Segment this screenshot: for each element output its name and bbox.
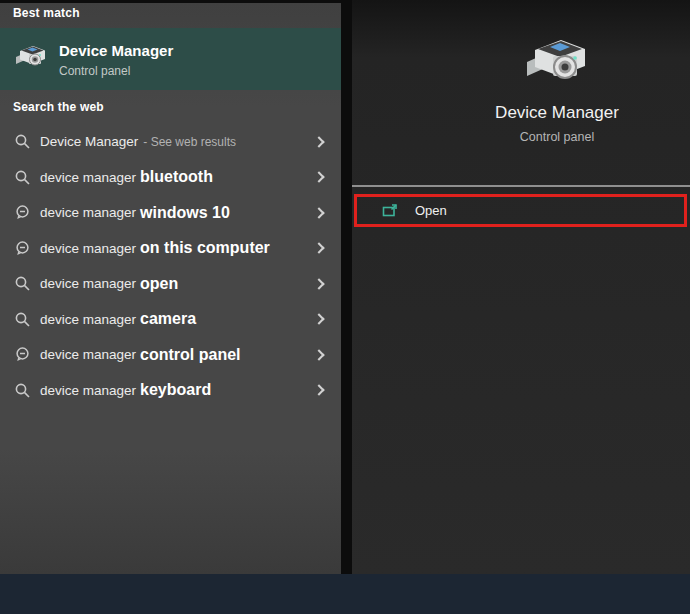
best-match-title: Device Manager [59, 41, 173, 61]
chevron-right-icon[interactable] [313, 349, 324, 360]
chevron-right-icon[interactable] [313, 207, 324, 218]
history-suggestion-icon [14, 240, 31, 257]
device-manager-icon [525, 34, 589, 90]
best-match-text: Device Manager Control panel [59, 41, 173, 78]
suggestion-row-camera[interactable]: device managercamera [0, 302, 341, 338]
preview-divider [352, 185, 690, 187]
history-suggestion-icon [14, 346, 31, 363]
suggestion-row-on-this-computer[interactable]: device manageron this computer [0, 231, 341, 267]
suggestion-row-see-web-results[interactable]: Device Manager- See web results [0, 124, 341, 160]
best-match-subtitle: Control panel [59, 64, 173, 78]
chevron-right-icon[interactable] [313, 172, 324, 183]
start-search-flyout: Best match Device Manager Control panel [0, 0, 690, 614]
search-icon [14, 311, 31, 328]
web-suggestion-list: Device Manager- See web results device m… [0, 124, 341, 408]
taskbar: Z X Ps P S Device Manager [0, 574, 690, 614]
preview-subtitle: Control panel [422, 130, 690, 144]
chevron-right-icon[interactable] [313, 136, 324, 147]
chevron-right-icon[interactable] [313, 243, 324, 254]
suggestion-row-open[interactable]: device manageropen [0, 266, 341, 302]
chevron-right-icon[interactable] [313, 278, 324, 289]
search-the-web-section-label: Search the web [13, 100, 104, 114]
open-action-label: Open [415, 203, 447, 218]
search-icon [14, 382, 31, 399]
suggestion-row-keyboard[interactable]: device managerkeyboard [0, 373, 341, 409]
suggestion-row-windows-10[interactable]: device managerwindows 10 [0, 195, 341, 231]
best-match-section-label: Best match [13, 6, 80, 20]
preview-hero: Device Manager Control panel [422, 34, 690, 144]
best-match-result-device-manager[interactable]: Device Manager Control panel [0, 28, 341, 90]
chevron-right-icon[interactable] [313, 385, 324, 396]
history-suggestion-icon [14, 204, 31, 221]
suggestion-row-bluetooth[interactable]: device managerbluetooth [0, 160, 341, 196]
device-manager-icon [15, 43, 47, 75]
search-icon [14, 169, 31, 186]
search-icon [14, 275, 31, 292]
chevron-right-icon[interactable] [313, 314, 324, 325]
search-results-panel: Best match Device Manager Control panel [0, 3, 341, 574]
open-launch-icon [382, 203, 398, 219]
search-icon [14, 133, 31, 150]
suggestion-row-control-panel[interactable]: device managercontrol panel [0, 337, 341, 373]
result-preview-panel: Device Manager Control panel Open [352, 0, 690, 574]
open-action-button[interactable]: Open [354, 194, 687, 227]
preview-title: Device Manager [422, 103, 690, 123]
